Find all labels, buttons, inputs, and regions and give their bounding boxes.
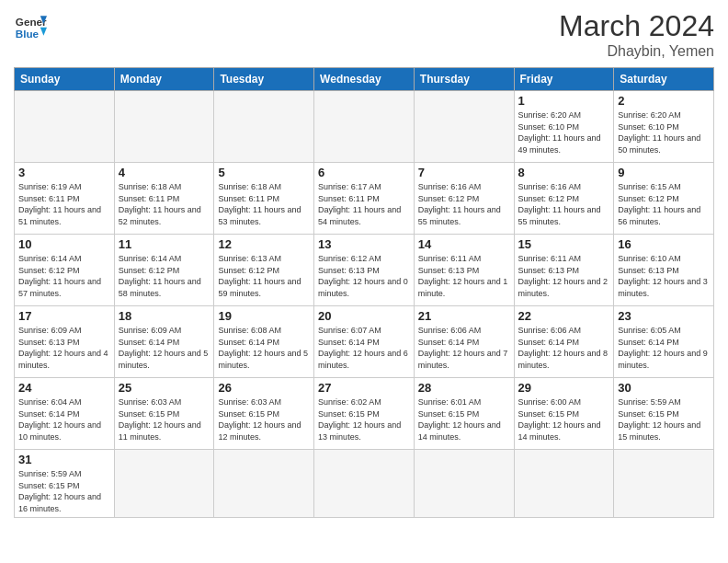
table-row: 24Sunrise: 6:04 AM Sunset: 6:14 PM Dayli… (15, 378, 115, 450)
table-row (414, 91, 514, 163)
col-saturday: Saturday (614, 68, 714, 91)
table-row (314, 450, 415, 518)
day-info: Sunrise: 6:18 AM Sunset: 6:11 PM Dayligh… (218, 181, 310, 227)
day-info: Sunrise: 6:00 AM Sunset: 6:15 PM Dayligh… (518, 396, 610, 442)
day-number: 22 (518, 309, 610, 323)
table-row (114, 450, 214, 518)
day-info: Sunrise: 6:16 AM Sunset: 6:12 PM Dayligh… (518, 181, 610, 227)
day-info: Sunrise: 6:13 AM Sunset: 6:12 PM Dayligh… (218, 253, 310, 299)
day-number: 11 (119, 237, 210, 251)
day-info: Sunrise: 6:14 AM Sunset: 6:12 PM Dayligh… (18, 253, 110, 299)
table-row: 16Sunrise: 6:10 AM Sunset: 6:13 PM Dayli… (614, 235, 714, 306)
day-number: 27 (318, 381, 410, 395)
day-info: Sunrise: 6:02 AM Sunset: 6:15 PM Dayligh… (318, 396, 410, 442)
day-info: Sunrise: 6:06 AM Sunset: 6:14 PM Dayligh… (418, 325, 510, 371)
day-number: 13 (318, 237, 410, 251)
day-number: 28 (418, 381, 510, 395)
day-info: Sunrise: 6:03 AM Sunset: 6:15 PM Dayligh… (119, 396, 210, 442)
table-row: 7Sunrise: 6:16 AM Sunset: 6:12 PM Daylig… (414, 163, 514, 235)
day-info: Sunrise: 6:17 AM Sunset: 6:11 PM Dayligh… (318, 181, 410, 227)
table-row: 8Sunrise: 6:16 AM Sunset: 6:12 PM Daylig… (514, 163, 614, 235)
table-row: 29Sunrise: 6:00 AM Sunset: 6:15 PM Dayli… (514, 378, 614, 450)
table-row: 26Sunrise: 6:03 AM Sunset: 6:15 PM Dayli… (214, 378, 314, 450)
table-row (414, 450, 514, 518)
table-row (514, 450, 614, 518)
day-number: 23 (618, 309, 710, 323)
day-info: Sunrise: 5:59 AM Sunset: 6:15 PM Dayligh… (18, 468, 110, 514)
table-row: 20Sunrise: 6:07 AM Sunset: 6:14 PM Dayli… (314, 306, 415, 378)
table-row: 31Sunrise: 5:59 AM Sunset: 6:15 PM Dayli… (15, 450, 115, 518)
day-number: 10 (18, 237, 110, 251)
day-number: 17 (18, 309, 110, 323)
day-number: 7 (418, 166, 510, 179)
table-row: 28Sunrise: 6:01 AM Sunset: 6:15 PM Dayli… (414, 378, 514, 450)
header: General Blue March 2024 Dhaybin, Yemen (14, 9, 714, 60)
day-number: 30 (618, 381, 710, 395)
day-number: 2 (618, 94, 710, 108)
table-row (15, 91, 115, 163)
day-number: 1 (518, 94, 610, 108)
table-row: 25Sunrise: 6:03 AM Sunset: 6:15 PM Dayli… (114, 378, 214, 450)
day-info: Sunrise: 6:09 AM Sunset: 6:13 PM Dayligh… (18, 325, 110, 371)
calendar-header-row: Sunday Monday Tuesday Wednesday Thursday… (15, 68, 714, 91)
day-info: Sunrise: 6:20 AM Sunset: 6:10 PM Dayligh… (618, 109, 710, 155)
day-info: Sunrise: 6:11 AM Sunset: 6:13 PM Dayligh… (418, 253, 510, 299)
table-row: 2Sunrise: 6:20 AM Sunset: 6:10 PM Daylig… (614, 91, 714, 163)
table-row (214, 450, 314, 518)
table-row: 21Sunrise: 6:06 AM Sunset: 6:14 PM Dayli… (414, 306, 514, 378)
table-row: 4Sunrise: 6:18 AM Sunset: 6:11 PM Daylig… (114, 163, 214, 235)
day-info: Sunrise: 6:04 AM Sunset: 6:14 PM Dayligh… (18, 396, 110, 442)
location-subtitle: Dhaybin, Yemen (559, 43, 714, 60)
day-info: Sunrise: 6:10 AM Sunset: 6:13 PM Dayligh… (618, 253, 710, 299)
day-info: Sunrise: 6:09 AM Sunset: 6:14 PM Dayligh… (119, 325, 210, 371)
day-info: Sunrise: 6:14 AM Sunset: 6:12 PM Dayligh… (119, 253, 210, 299)
col-monday: Monday (114, 68, 214, 91)
logo-icon: General Blue (14, 9, 47, 42)
calendar-table: Sunday Monday Tuesday Wednesday Thursday… (14, 67, 714, 518)
day-number: 4 (119, 166, 210, 179)
table-row: 27Sunrise: 6:02 AM Sunset: 6:15 PM Dayli… (314, 378, 415, 450)
day-info: Sunrise: 5:59 AM Sunset: 6:15 PM Dayligh… (618, 396, 710, 442)
page-container: General Blue March 2024 Dhaybin, Yemen S… (0, 0, 728, 523)
table-row: 3Sunrise: 6:19 AM Sunset: 6:11 PM Daylig… (15, 163, 115, 235)
day-number: 18 (119, 309, 210, 323)
day-number: 21 (418, 309, 510, 323)
day-info: Sunrise: 6:12 AM Sunset: 6:13 PM Dayligh… (318, 253, 410, 299)
table-row (214, 91, 314, 163)
day-info: Sunrise: 6:06 AM Sunset: 6:14 PM Dayligh… (518, 325, 610, 371)
table-row (114, 91, 214, 163)
day-info: Sunrise: 6:03 AM Sunset: 6:15 PM Dayligh… (218, 396, 310, 442)
table-row: 13Sunrise: 6:12 AM Sunset: 6:13 PM Dayli… (314, 235, 415, 306)
month-year-title: March 2024 (559, 9, 714, 43)
table-row (314, 91, 415, 163)
day-number: 16 (618, 237, 710, 251)
day-info: Sunrise: 6:05 AM Sunset: 6:14 PM Dayligh… (618, 325, 710, 371)
table-row: 30Sunrise: 5:59 AM Sunset: 6:15 PM Dayli… (614, 378, 714, 450)
table-row: 12Sunrise: 6:13 AM Sunset: 6:12 PM Dayli… (214, 235, 314, 306)
day-info: Sunrise: 6:15 AM Sunset: 6:12 PM Dayligh… (618, 181, 710, 227)
table-row: 15Sunrise: 6:11 AM Sunset: 6:13 PM Dayli… (514, 235, 614, 306)
col-thursday: Thursday (414, 68, 514, 91)
day-number: 26 (218, 381, 310, 395)
day-number: 19 (218, 309, 310, 323)
day-number: 9 (618, 166, 710, 179)
day-info: Sunrise: 6:01 AM Sunset: 6:15 PM Dayligh… (418, 396, 510, 442)
table-row: 11Sunrise: 6:14 AM Sunset: 6:12 PM Dayli… (114, 235, 214, 306)
day-number: 5 (218, 166, 310, 179)
day-number: 24 (18, 381, 110, 395)
table-row (614, 450, 714, 518)
day-number: 6 (318, 166, 410, 179)
svg-marker-3 (40, 28, 47, 36)
day-number: 20 (318, 309, 410, 323)
day-info: Sunrise: 6:18 AM Sunset: 6:11 PM Dayligh… (119, 181, 210, 227)
table-row: 9Sunrise: 6:15 AM Sunset: 6:12 PM Daylig… (614, 163, 714, 235)
day-info: Sunrise: 6:20 AM Sunset: 6:10 PM Dayligh… (518, 109, 610, 155)
table-row: 14Sunrise: 6:11 AM Sunset: 6:13 PM Dayli… (414, 235, 514, 306)
table-row: 1Sunrise: 6:20 AM Sunset: 6:10 PM Daylig… (514, 91, 614, 163)
logo: General Blue (14, 9, 47, 42)
day-info: Sunrise: 6:16 AM Sunset: 6:12 PM Dayligh… (418, 181, 510, 227)
col-wednesday: Wednesday (314, 68, 415, 91)
table-row: 18Sunrise: 6:09 AM Sunset: 6:14 PM Dayli… (114, 306, 214, 378)
day-info: Sunrise: 6:11 AM Sunset: 6:13 PM Dayligh… (518, 253, 610, 299)
svg-text:Blue: Blue (16, 28, 40, 40)
